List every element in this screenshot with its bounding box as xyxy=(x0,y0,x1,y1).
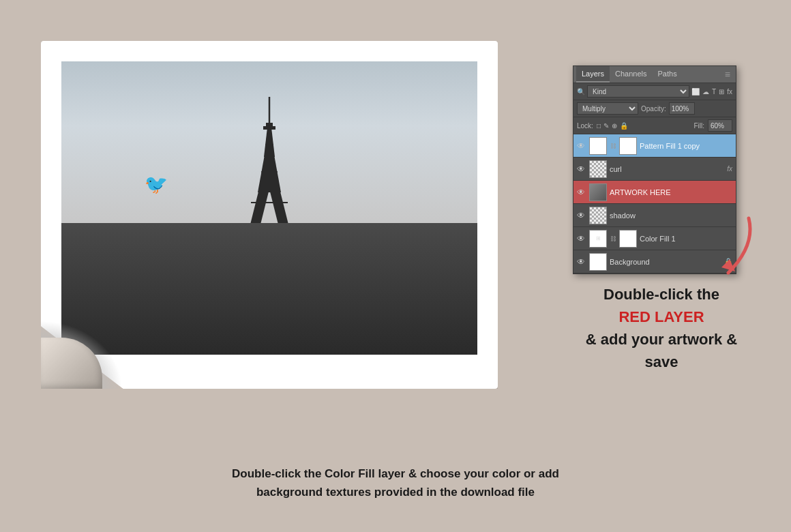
layer-visibility-background[interactable]: 👁 xyxy=(577,257,586,267)
cityscape xyxy=(61,223,477,355)
layer-thumb1-pattern-fill-1-copy: ⊞ xyxy=(589,137,607,155)
search-icon: 🔍 xyxy=(577,88,585,95)
panel-tabs-row: Layers Channels Paths ≡ xyxy=(573,66,736,83)
layer-row-pattern-fill-1-copy[interactable]: 👁⊞⛓Pattern Fill 1 copy xyxy=(573,134,736,158)
instruction-bottom: Double-click the Color Fill layer & choo… xyxy=(0,464,791,501)
tab-channels[interactable]: Channels xyxy=(610,66,652,83)
svg-marker-3 xyxy=(264,128,275,157)
layer-link-color-fill-1: ⛓ xyxy=(610,235,616,242)
layer-row-artwork-here[interactable]: 👁ARTWORK HERE xyxy=(573,181,736,204)
layer-name-curl: curl xyxy=(610,165,724,173)
opacity-label: Opacity: xyxy=(641,105,666,113)
layer-row-shadow[interactable]: 👁shadow xyxy=(573,204,736,227)
shape-icon[interactable]: ⊞ xyxy=(719,88,724,95)
layer-thumb1-shadow xyxy=(589,207,607,224)
lock-all-icon[interactable]: 🔒 xyxy=(620,122,628,130)
tab-layers[interactable]: Layers xyxy=(576,66,610,83)
layer-visibility-pattern-fill-1-copy[interactable]: 👁 xyxy=(577,141,586,151)
layer-fx-curl: fx xyxy=(727,165,732,173)
instruction-line-red: RED LAYER xyxy=(569,306,753,328)
lock-pixels-icon[interactable]: □ xyxy=(597,122,601,130)
instruction-bottom-line2: background textures provided in the down… xyxy=(0,483,791,501)
kind-select[interactable]: Kind xyxy=(587,85,689,98)
layer-row-color-fill-1[interactable]: 👁⊞⛓Color Fill 1 xyxy=(573,227,736,250)
layer-row-curl[interactable]: 👁curlfx xyxy=(573,158,736,181)
layer-link-pattern-fill-1-copy: ⛓ xyxy=(610,143,616,149)
layer-visibility-color-fill-1[interactable]: 👁 xyxy=(577,234,586,243)
layer-lock-background: 🔒 xyxy=(724,258,732,265)
smartobj-icon[interactable]: fx xyxy=(727,88,732,95)
layer-name-color-fill-1: Color Fill 1 xyxy=(640,235,732,243)
layer-thumb1-color-fill-1: ⊞ xyxy=(589,230,607,248)
lock-row: Lock: □ ✎ ⊕ 🔒 Fill: xyxy=(573,117,736,134)
svg-rect-9 xyxy=(266,123,273,128)
type-icon[interactable]: T xyxy=(712,88,716,95)
blend-mode-select[interactable]: Multiply xyxy=(577,102,638,115)
layer-thumb2-color-fill-1 xyxy=(619,230,637,248)
svg-marker-2 xyxy=(258,155,281,192)
fill-input[interactable] xyxy=(708,119,732,132)
instruction-line2: & add your artwork & save xyxy=(569,328,753,373)
photo-image: 🐦 xyxy=(61,61,477,355)
layer-name-shadow: shadow xyxy=(610,211,732,220)
layers-panel: Layers Channels Paths ≡ 🔍 Kind ⬜ ☁ T ⊞ f… xyxy=(573,65,736,274)
filter-row: 🔍 Kind ⬜ ☁ T ⊞ fx xyxy=(573,83,736,100)
layer-thumb1-curl xyxy=(589,160,607,178)
pixel-icon[interactable]: ⬜ xyxy=(691,88,700,95)
photo-mockup: 🐦 xyxy=(41,41,498,389)
layers-container: 👁⊞⛓Pattern Fill 1 copy👁curlfx👁ARTWORK HE… xyxy=(573,134,736,274)
tab-paths[interactable]: Paths xyxy=(653,66,683,83)
layer-thumb2-pattern-fill-1-copy xyxy=(619,137,637,155)
blend-row: Multiply Opacity: xyxy=(573,100,736,117)
layer-visibility-artwork-here[interactable]: 👁 xyxy=(577,188,586,197)
lock-label: Lock: xyxy=(577,122,593,130)
fill-label: Fill: xyxy=(693,122,704,130)
opacity-input[interactable] xyxy=(669,102,695,115)
lock-icons: □ ✎ ⊕ 🔒 xyxy=(597,122,628,130)
panel-menu-icon[interactable]: ≡ xyxy=(722,66,733,83)
lock-paint-icon[interactable]: ✎ xyxy=(603,122,609,130)
lock-move-icon[interactable]: ⊕ xyxy=(612,122,617,130)
layer-name-background: Background xyxy=(610,258,721,266)
layer-visibility-curl[interactable]: 👁 xyxy=(577,164,586,174)
layer-name-pattern-fill-1-copy: Pattern Fill 1 copy xyxy=(640,142,732,150)
filter-icons: ⬜ ☁ T ⊞ fx xyxy=(691,88,732,95)
layer-thumb1-background xyxy=(589,253,607,271)
instruction-bottom-line1: Double-click the Color Fill layer & choo… xyxy=(0,464,791,483)
adjustment-icon[interactable]: ☁ xyxy=(702,88,709,95)
layer-visibility-shadow[interactable]: 👁 xyxy=(577,211,586,220)
layer-row-background[interactable]: 👁Background🔒 xyxy=(573,250,736,274)
eiffel-tower xyxy=(239,93,300,243)
instruction-right: Double-click the RED LAYER & add your ar… xyxy=(569,283,753,373)
instruction-line1: Double-click the xyxy=(569,283,753,306)
bird: 🐦 xyxy=(143,171,170,198)
layer-thumb1-artwork-here xyxy=(589,183,607,201)
layer-name-artwork-here: ARTWORK HERE xyxy=(610,188,732,196)
